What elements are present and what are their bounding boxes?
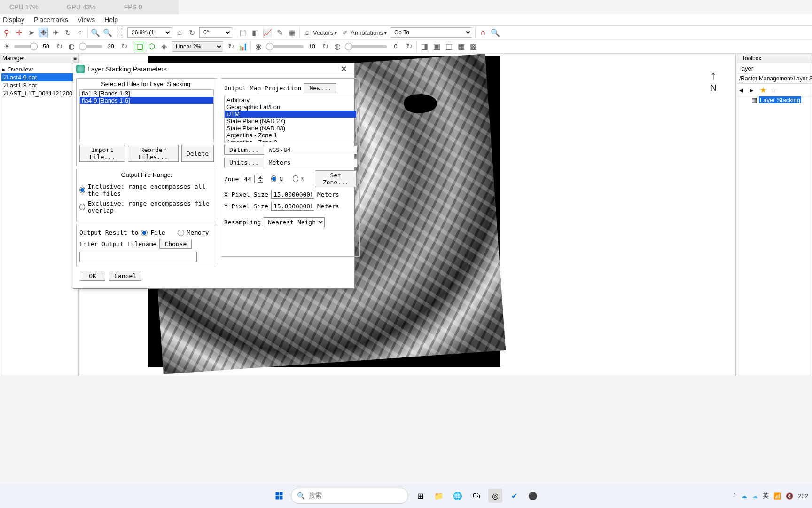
menu-help[interactable]: Help: [104, 16, 118, 24]
pin-icon[interactable]: ⚲: [2, 28, 11, 37]
reset-icon-2[interactable]: ↻: [119, 42, 129, 51]
units-button[interactable]: Units...: [224, 158, 264, 167]
menu-placemarks[interactable]: Placemarks: [34, 16, 68, 24]
resampling-select[interactable]: Nearest Neighbor: [264, 217, 325, 227]
menu-views[interactable]: Views: [78, 16, 95, 24]
brightness-slider[interactable]: [14, 45, 38, 48]
inclusive-radio[interactable]: [79, 187, 85, 193]
cancel-button[interactable]: Cancel: [109, 271, 141, 281]
roi-icon[interactable]: ▢: [135, 42, 144, 51]
zone-spinner[interactable]: ▴▾: [258, 175, 263, 183]
layer-tree[interactable]: ▸ Overview ☑ ast4-9.dat ☑ ast1-3.dat ☑ A…: [0, 64, 78, 99]
view-icon-1[interactable]: ◨: [420, 42, 429, 51]
roi-hex-icon[interactable]: ⬡: [147, 42, 156, 51]
windows-taskbar[interactable]: 🔍 搜索 ⊞ 📁 🌐 🛍 ◎ ✔ ⚫ ˄ ☁ ☁ 英 📶 🔇 202: [0, 484, 812, 508]
wifi-icon[interactable]: 📶: [773, 492, 781, 500]
new-projection-button[interactable]: New...: [304, 83, 336, 93]
sharpen-slider[interactable]: [266, 45, 304, 48]
taskbar-search[interactable]: 🔍 搜索: [291, 488, 408, 504]
delete-button[interactable]: Delete: [181, 145, 214, 162]
view-icon-3[interactable]: ◫: [444, 42, 453, 51]
toolbox-search-input[interactable]: [737, 64, 812, 74]
ok-button[interactable]: OK: [80, 271, 105, 281]
record-icon[interactable]: ∩: [478, 28, 488, 37]
cursor-value-icon[interactable]: ▦: [287, 28, 297, 37]
reset-icon-4[interactable]: ↻: [404, 42, 414, 51]
todo-icon[interactable]: ✔: [507, 489, 521, 503]
home-icon[interactable]: ⌂: [175, 28, 184, 37]
list-item[interactable]: Arbitrary: [225, 96, 356, 103]
list-item[interactable]: Argentina - Zone 1: [225, 132, 356, 139]
chart-icon[interactable]: 📈: [263, 28, 272, 37]
close-button[interactable]: ✕: [336, 64, 351, 73]
back-icon[interactable]: ◂: [739, 86, 747, 93]
obs-icon[interactable]: ⚫: [526, 489, 540, 503]
transparency-slider[interactable]: [345, 45, 387, 48]
menu-display[interactable]: Display: [3, 16, 24, 24]
pan-icon[interactable]: ✥: [39, 28, 48, 37]
annotations-dropdown[interactable]: ✐Annotations▾: [340, 28, 387, 37]
search-icon[interactable]: 🔍: [491, 28, 500, 37]
ime-indicator[interactable]: 英: [763, 492, 769, 500]
x-pixel-input[interactable]: [271, 190, 314, 199]
reorder-files-button[interactable]: Reorder Files...: [128, 145, 179, 162]
exclusive-radio[interactable]: [79, 204, 85, 210]
histogram-icon[interactable]: 📊: [238, 42, 248, 51]
list-item[interactable]: State Plane (NAD 27): [225, 118, 356, 125]
list-item[interactable]: Argentina - Zone 2: [225, 139, 356, 142]
zoom-fit-icon[interactable]: ⛶: [115, 28, 125, 37]
import-file-button[interactable]: Import File...: [79, 145, 125, 162]
toolbox-item-layer-stacking[interactable]: ▦ Layer Stacking: [737, 95, 812, 104]
store-icon[interactable]: 🛍: [469, 489, 484, 503]
north-radio[interactable]: [271, 175, 276, 182]
list-item[interactable]: Geographic Lat/Lon: [225, 103, 356, 111]
mask-icon[interactable]: ◈: [159, 42, 169, 51]
list-item[interactable]: State Plane (NAD 83): [225, 125, 356, 132]
reset-icon[interactable]: ↻: [55, 42, 64, 51]
volume-icon[interactable]: 🔇: [786, 492, 793, 500]
onedrive-icon[interactable]: ☁: [741, 492, 747, 500]
zoom-combo[interactable]: 26.8% (1:3.7…: [127, 27, 172, 38]
envi-app-icon[interactable]: ◎: [488, 489, 502, 503]
task-view-icon[interactable]: ⊞: [413, 489, 427, 503]
explorer-icon[interactable]: 📁: [432, 489, 446, 503]
tree-item[interactable]: ☑ AST_L1T_0031121200605160: [1, 89, 78, 97]
tray-chevron-icon[interactable]: ˄: [733, 492, 736, 500]
zone-input[interactable]: [242, 175, 255, 183]
pointer-icon[interactable]: ➤: [26, 28, 36, 37]
dialog-titlebar[interactable]: Layer Stacking Parameters ✕: [73, 63, 354, 75]
choose-button[interactable]: Choose: [159, 239, 192, 249]
tree-item-selected[interactable]: ☑ ast4-9.dat: [1, 73, 78, 81]
panel-menu-icon[interactable]: ≡: [73, 55, 77, 62]
system-tray[interactable]: ˄ ☁ ☁ 英 📶 🔇 202: [733, 492, 808, 500]
view-icon-2[interactable]: ▣: [432, 42, 441, 51]
goto-combo[interactable]: Go To: [390, 27, 472, 38]
start-button[interactable]: [272, 489, 286, 503]
forward-icon[interactable]: ▸: [750, 86, 757, 93]
refresh-icon[interactable]: ↻: [187, 28, 196, 37]
output-filename-input[interactable]: [79, 252, 197, 262]
clock[interactable]: 202: [798, 492, 808, 500]
refresh-stretch-icon[interactable]: ↻: [226, 42, 235, 51]
zoom-out-icon[interactable]: 🔍: [103, 28, 112, 37]
crosshair-icon[interactable]: ✛: [14, 28, 23, 37]
tree-overview[interactable]: ▸ Overview: [1, 65, 78, 73]
y-pixel-input[interactable]: [271, 202, 314, 211]
contrast-slider[interactable]: [79, 45, 102, 48]
tool-icon-2[interactable]: ◧: [250, 28, 260, 37]
south-radio[interactable]: [293, 175, 298, 182]
list-item[interactable]: fla1-3 [Bands 1-3]: [80, 90, 213, 97]
zoom-in-icon[interactable]: 🔍: [91, 28, 100, 37]
projection-listbox[interactable]: Arbitrary Geographic Lat/Lon UTM State P…: [224, 96, 357, 142]
file-radio[interactable]: [141, 230, 148, 236]
favorite-icon[interactable]: ★: [760, 86, 767, 93]
rotation-combo[interactable]: 0°: [199, 27, 232, 38]
reset-icon-3[interactable]: ↻: [320, 42, 330, 51]
annotation-icon[interactable]: ✎: [275, 28, 284, 37]
zoom-select-icon[interactable]: ⌖: [75, 28, 85, 37]
list-item-selected[interactable]: UTM: [225, 111, 356, 118]
memory-radio[interactable]: [178, 230, 184, 236]
favorite-empty-icon[interactable]: ☆: [770, 86, 778, 93]
set-zone-button[interactable]: Set Zone...: [315, 170, 357, 187]
list-item-selected[interactable]: fla4-9 [Bands 1-6]: [80, 97, 213, 104]
